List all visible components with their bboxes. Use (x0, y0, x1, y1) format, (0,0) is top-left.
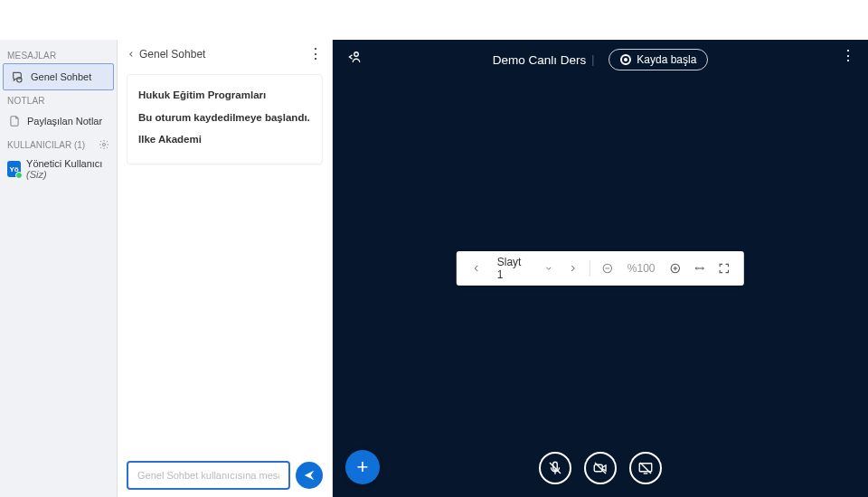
zoom-in-button[interactable] (668, 260, 684, 277)
chat-message-input[interactable] (127, 461, 290, 490)
sidebar-item-shared-notes[interactable]: Paylaşılan Notlar (0, 108, 117, 134)
user-name: Yönetici Kullanıcı (Siz) (26, 158, 109, 180)
chat-back-button[interactable]: Genel Sohbet (127, 48, 205, 61)
send-button[interactable] (296, 462, 323, 489)
chat-options-button[interactable]: ⋮ (308, 47, 323, 61)
svg-point-2 (354, 52, 359, 57)
user-list-item[interactable]: Yö Yönetici Kullanıcı (Siz) (0, 153, 117, 185)
share-screen-button[interactable] (629, 452, 662, 484)
presentation-title: Demo Canlı Ders (493, 53, 587, 67)
chat-panel: Genel Sohbet ⋮ Hukuk Eğitim Programları … (118, 40, 333, 497)
chat-icon (11, 70, 25, 84)
presentation-header: Demo Canlı Ders | Kayda başla ⋮ (333, 40, 868, 80)
zoom-out-button[interactable] (599, 260, 615, 277)
presentation-options-button[interactable]: ⋮ (841, 48, 855, 63)
section-header-users: KULLANICILAR (1) (0, 134, 117, 153)
plus-icon: + (357, 455, 369, 479)
media-controls (539, 452, 662, 484)
slide-indicator[interactable]: Slayt 1 (494, 256, 532, 281)
chevron-down-icon[interactable] (541, 260, 556, 277)
svg-point-1 (103, 144, 106, 146)
document-icon (7, 114, 22, 128)
send-icon (303, 469, 316, 482)
section-header-messages: MESAJLAR (0, 45, 117, 63)
record-icon (620, 54, 631, 65)
message-line: Hukuk Eğitim Programları (138, 89, 266, 100)
sidebar-item-label: Genel Sohbet (31, 71, 91, 82)
chat-input-row (118, 454, 332, 497)
chat-header: Genel Sohbet ⋮ (118, 40, 332, 69)
fit-width-button[interactable] (692, 260, 707, 277)
zoom-level: %100 (624, 262, 659, 275)
prev-slide-button[interactable] (469, 260, 485, 277)
chevron-left-icon (127, 50, 136, 59)
actions-fab[interactable]: + (345, 450, 380, 484)
slide-toolbar: Slayt 1 %100 (457, 251, 744, 286)
fullscreen-button[interactable] (716, 260, 731, 277)
next-slide-button[interactable] (565, 260, 580, 277)
sidebar-item-general-chat[interactable]: Genel Sohbet (3, 63, 114, 90)
section-header-notes: NOTLAR (0, 90, 117, 108)
disable-camera-button[interactable] (584, 452, 617, 484)
message-line: Ilke Akademi (138, 134, 202, 145)
avatar: Yö (7, 161, 21, 177)
user-list-toggle-icon[interactable] (345, 49, 362, 65)
gear-icon[interactable] (99, 139, 109, 150)
chat-message: Hukuk Eğitim Programları Bu oturum kayde… (127, 74, 323, 164)
sidebar: MESAJLAR Genel Sohbet NOTLAR Paylaşılan … (0, 40, 118, 497)
sidebar-item-label: Paylaşılan Notlar (27, 116, 102, 127)
chat-title: Genel Sohbet (139, 48, 205, 61)
mute-audio-button[interactable] (539, 452, 571, 484)
record-button[interactable]: Kayda başla (609, 49, 708, 70)
presentation-area: Demo Canlı Ders | Kayda başla ⋮ Slayt 1 (333, 40, 868, 497)
message-line: Bu oturum kaydedilmeye başlandı. (138, 112, 310, 123)
